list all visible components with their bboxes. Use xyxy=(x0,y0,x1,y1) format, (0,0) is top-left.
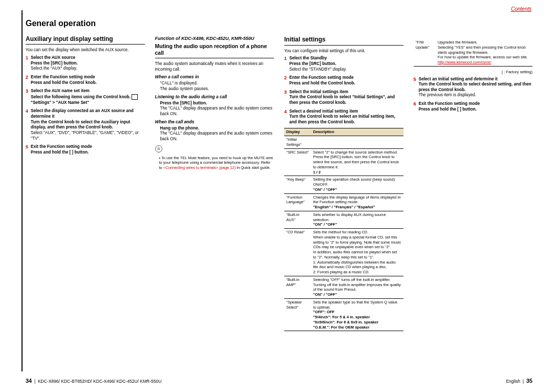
cell: "Built-in AMP" xyxy=(284,276,311,298)
column-3: Initial settings You can configure initi… xyxy=(284,15,403,334)
cell: "Initial Settings" xyxy=(284,136,311,149)
page-title: General operation xyxy=(26,18,145,29)
column-1: General operation Auxiliary input displa… xyxy=(26,15,145,334)
sub-heading: When the call ends xyxy=(155,119,274,125)
function-models: Function of KDC-X496, KDC-452U, KMR-550U xyxy=(155,36,274,42)
step-action: Turn the Control knob to select an Initi… xyxy=(289,114,395,124)
step-action: Press and hold the Control knob. xyxy=(31,80,97,85)
cell: Select "2" to change the source selectio… xyxy=(311,148,403,176)
step-title: Select a desired Initial setting item xyxy=(289,109,358,114)
intro-text: You can set the display when switched th… xyxy=(26,48,145,53)
step-action: Press and hold the [ ] button. xyxy=(419,107,477,112)
cell: Sets the method for reading CD. When una… xyxy=(311,229,403,276)
step-action: Press the [SRC] button. xyxy=(289,61,336,66)
step-title: Select an Initial setting and determine … xyxy=(419,77,498,81)
body-bold: Hang up the phone. xyxy=(160,126,199,130)
sub-heading: Listening to the audio during a call xyxy=(155,94,274,100)
settings-table: DisplayDescription "Initial Settings" "S… xyxy=(284,128,403,331)
body-bold: Press the [SRC] button. xyxy=(160,101,207,105)
step-title: Select the display connected as an AUX s… xyxy=(31,108,134,119)
step-title: Select the AUX name set item xyxy=(31,89,90,93)
factory-note: ( : Factory setting) xyxy=(414,70,533,75)
page-num-right: 35 xyxy=(526,378,533,384)
contents-link[interactable]: Contents xyxy=(511,6,531,12)
step-text: Select the "STANDBY" display. xyxy=(289,67,347,72)
step-action: Press the [SRC] button. xyxy=(31,61,78,66)
footer-lang: English xyxy=(506,379,520,384)
settings-table-cont: "F/W Update"Upgrades the firmware. Selec… xyxy=(414,39,533,67)
knob-icon xyxy=(132,94,138,100)
cell: Changes the display language of items di… xyxy=(311,193,403,211)
column-2: Function of KDC-X496, KDC-452U, KMR-550U… xyxy=(155,15,274,334)
intro-text: The audio system automatically mutes whe… xyxy=(155,61,274,72)
section-aux: Auxiliary input display setting xyxy=(26,35,145,45)
cell: "CD Read" xyxy=(284,229,311,276)
step-action: Turn the Control knob to select "Initial… xyxy=(289,95,395,105)
step-title: Select the Initial settings item xyxy=(289,90,348,94)
cell: "Function Language" xyxy=(284,193,311,211)
step-text: Select "AUX", "DVD", "PORTABLE", "GAME",… xyxy=(31,130,139,141)
step-title: Select the AUX source xyxy=(31,55,75,60)
intro-text: You can configure initial settings of th… xyxy=(284,49,403,54)
footer: 34 | KDC-X896/ KDC-BT852HD/ KDC-X496/ KD… xyxy=(26,378,533,384)
step-action: Select the following items using the Con… xyxy=(31,95,131,99)
cell: Setting the operation check sound (beep … xyxy=(311,176,403,193)
step-action: Turn the Control knob to select desired … xyxy=(419,82,531,92)
sub-heading: When a call comes in xyxy=(155,74,274,80)
step-action: Press and hold the Control knob. xyxy=(289,81,355,85)
cell: Upgrades the firmware. Selecting "YES" a… xyxy=(436,39,533,66)
step-text: "Settings" > "AUX Name Set" xyxy=(31,100,89,105)
body-text: "CALL" is displayed. xyxy=(160,81,198,85)
cell: "F/W Update" xyxy=(414,39,436,66)
cell: "Speaker Select" xyxy=(284,298,311,331)
body-text: The "CALL" display disappears and the au… xyxy=(160,106,272,116)
body-text: The "CALL" display disappears and the au… xyxy=(160,131,272,141)
section-muting: Muting the audio upon reception of a pho… xyxy=(155,43,274,58)
step-title: Exit the Function setting mode xyxy=(31,144,92,149)
th-display: Display xyxy=(284,128,311,136)
note-link[interactable]: <Connecting wires to terminals> (page 12… xyxy=(163,165,236,170)
footer-models: KDC-X896/ KDC-BT852HD/ KDC-X496/ KDC-452… xyxy=(38,379,161,384)
cell: "SRC Select" xyxy=(284,148,311,176)
column-4: "F/W Update"Upgrades the firmware. Selec… xyxy=(414,15,533,334)
page-num-left: 34 xyxy=(26,378,32,384)
note-text: • To use the TEL Mute feature, you need … xyxy=(155,156,274,170)
section-initial: Initial settings xyxy=(284,36,403,46)
cell: Sets the speaker type so that the System… xyxy=(311,298,403,331)
cell: Sets whether to display AUX during sourc… xyxy=(311,211,403,228)
body-text: The audio system pauses. xyxy=(160,86,209,91)
th-desc: Description xyxy=(311,128,403,136)
step-title: Exit the Function setting mode xyxy=(419,101,480,106)
step-text: The previous item is displayed. xyxy=(419,93,476,97)
step-action: Press and hold the [ ] button. xyxy=(31,150,89,155)
step-title: Select the Standby xyxy=(289,56,327,60)
step-title: Enter the Function setting mode xyxy=(289,75,354,80)
cell: "Key Beep" xyxy=(284,176,311,193)
cell: "Built-in AUX" xyxy=(284,211,311,228)
firmware-link[interactable]: http://www.kenwood.com/cs/ce/ xyxy=(438,60,492,64)
left-rule xyxy=(22,10,23,372)
step-action: Turn the Control knob to select the Auxi… xyxy=(31,120,130,130)
step-title: Enter the Function setting mode xyxy=(31,75,95,79)
step-text: Select the "AUX" display. xyxy=(31,66,77,71)
cell: Selecting "OFF" turns off the built-in a… xyxy=(311,276,403,298)
note-icon: ⊞ xyxy=(155,145,162,153)
